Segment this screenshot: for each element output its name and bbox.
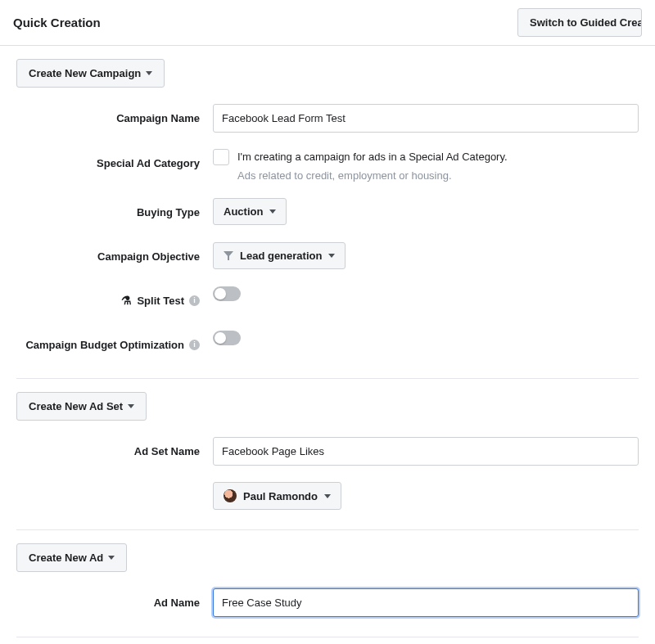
special-ad-category-label: Special Ad Category — [16, 149, 213, 177]
info-icon[interactable]: i — [189, 295, 200, 306]
campaign-name-label: Campaign Name — [16, 104, 213, 132]
page-title: Quick Creation — [13, 16, 101, 29]
ad-name-row: Ad Name — [16, 588, 639, 617]
caret-down-icon — [328, 254, 335, 258]
split-test-toggle[interactable] — [213, 286, 241, 301]
buying-type-select[interactable]: Auction — [213, 198, 287, 225]
budget-optimization-toggle[interactable] — [213, 331, 241, 345]
create-new-adset-label: Create New Ad Set — [29, 400, 123, 412]
section-divider — [16, 637, 639, 637]
adset-name-row: Ad Set Name — [16, 437, 639, 466]
info-icon[interactable]: i — [189, 340, 200, 350]
create-new-ad-dropdown[interactable]: Create New Ad — [16, 543, 127, 572]
funnel-icon — [224, 251, 233, 261]
switch-to-guided-button[interactable]: Switch to Guided Creation — [517, 8, 642, 37]
campaign-objective-row: Campaign Objective Lead generation — [16, 242, 639, 270]
buying-type-label: Buying Type — [16, 198, 213, 226]
adset-page-row: Paul Ramondo — [16, 482, 639, 510]
split-test-label: Split Test — [137, 295, 184, 307]
special-ad-category-help: Ads related to credit, employment or hou… — [237, 169, 508, 182]
create-new-ad-label: Create New Ad — [29, 552, 103, 564]
create-new-adset-dropdown[interactable]: Create New Ad Set — [16, 392, 147, 421]
campaign-objective-select[interactable]: Lead generation — [213, 242, 346, 269]
special-ad-category-text: I'm creating a campaign for ads in a Spe… — [237, 149, 508, 165]
adset-name-label: Ad Set Name — [16, 437, 213, 465]
ad-name-input[interactable] — [213, 588, 639, 617]
budget-optimization-label: Campaign Budget Optimization — [25, 339, 184, 351]
caret-down-icon — [108, 556, 115, 560]
caret-down-icon — [269, 209, 276, 214]
special-ad-category-row: Special Ad Category I'm creating a campa… — [16, 149, 639, 182]
create-new-campaign-dropdown[interactable]: Create New Campaign — [16, 59, 165, 88]
budget-optimization-row: Campaign Budget Optimization i — [16, 331, 639, 358]
ad-name-label: Ad Name — [16, 588, 213, 616]
caret-down-icon — [128, 404, 134, 408]
create-new-campaign-label: Create New Campaign — [29, 67, 141, 79]
campaign-objective-value: Lead generation — [240, 250, 322, 262]
flask-icon: ⚗ — [121, 295, 132, 306]
campaign-name-row: Campaign Name — [16, 104, 639, 133]
page-avatar — [224, 489, 237, 502]
page-name: Paul Ramondo — [243, 490, 318, 502]
quick-creation-form: Create New Campaign Campaign Name Specia… — [0, 46, 655, 637]
caret-down-icon — [146, 71, 152, 75]
adset-name-input[interactable] — [213, 437, 639, 466]
split-test-row: ⚗ Split Test i — [16, 286, 639, 314]
caret-down-icon — [324, 494, 331, 498]
special-ad-category-checkbox[interactable] — [213, 149, 229, 165]
buying-type-value: Auction — [224, 205, 263, 218]
header-bar: Quick Creation Switch to Guided Creation — [0, 0, 655, 46]
campaign-name-input[interactable] — [213, 104, 639, 133]
page-select[interactable]: Paul Ramondo — [213, 482, 341, 510]
buying-type-row: Buying Type Auction — [16, 198, 639, 226]
campaign-objective-label: Campaign Objective — [16, 242, 213, 270]
